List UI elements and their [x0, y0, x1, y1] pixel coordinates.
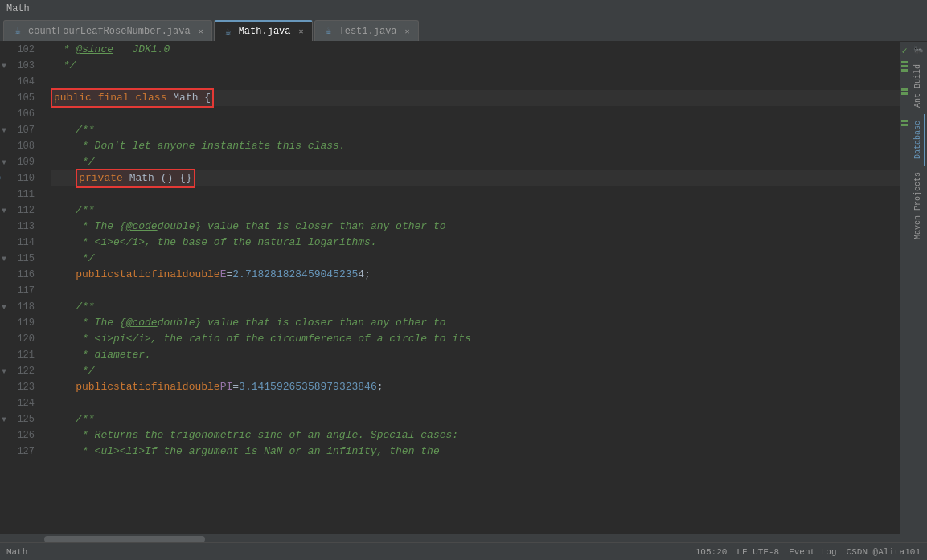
title-bar: Math: [0, 0, 927, 18]
tab-label: countFourLeafRoseNumber.java: [28, 26, 191, 37]
mini-marker-1: [901, 61, 908, 63]
fold-icon-115[interactable]: ▼: [2, 255, 6, 264]
code-line-120: * <i>pi</i>, the ratio of the circumfere…: [51, 331, 900, 347]
status-bar: Math 105:20 LF UTF-8 Event Log CSDN @Ali…: [0, 542, 927, 560]
mini-marker-5: [901, 92, 908, 95]
red-box-110: private Math () {}: [76, 169, 195, 188]
code-line-103: */: [51, 58, 900, 74]
line-124: 124: [0, 395, 35, 411]
code-line-124: [51, 395, 900, 411]
scrollbar-track: [44, 536, 909, 542]
code-line-102: * @since JDK1.0: [51, 42, 900, 58]
status-position: 105:20: [695, 547, 728, 557]
gutter-annotation-110: @: [0, 174, 1, 183]
line-110: @ 110: [0, 170, 35, 186]
fold-icon-107[interactable]: ▼: [2, 126, 6, 135]
tab-test1[interactable]: ☕ Test1.java ✕: [314, 20, 419, 41]
status-left: Math: [6, 547, 27, 557]
fold-icon-109[interactable]: ▼: [2, 158, 6, 167]
tab-bar: ☕ countFourLeafRoseNumber.java ✕ ☕ Math.…: [0, 18, 927, 42]
fold-icon-118[interactable]: ▼: [2, 303, 6, 312]
line-102: 102: [0, 42, 35, 58]
fold-icon-103[interactable]: ▼: [2, 62, 6, 71]
line-106: 106: [0, 106, 35, 122]
line-125: ▼ 125: [0, 411, 35, 427]
mini-marker-4: [901, 88, 908, 91]
line-108: 108: [0, 138, 35, 154]
editor-container: 102 ▼ 103 104 105 106 ▼ 107 108 ▼ 109: [0, 42, 927, 534]
tab-countfour[interactable]: ☕ countFourLeafRoseNumber.java ✕: [3, 20, 212, 41]
line-119: 119: [0, 315, 35, 331]
tab-close-active-icon[interactable]: ✕: [298, 27, 303, 36]
ant-build-icon: 🐜: [912, 42, 925, 58]
tab-label-test: Test1.java: [339, 26, 397, 37]
code-line-112: /**: [51, 202, 900, 219]
code-line-107: /**: [51, 122, 900, 138]
ant-build-panel[interactable]: Ant Build: [912, 58, 925, 114]
right-panels: 🐜 Ant Build Database Maven Projects: [909, 42, 927, 534]
code-editor[interactable]: 102 ▼ 103 104 105 106 ▼ 107 108 ▼ 109: [0, 42, 909, 534]
tab-close-icon[interactable]: ✕: [199, 27, 203, 36]
mini-marker-7: [901, 124, 908, 126]
code-line-127: * <ul><li>If the argument is NaN or an i…: [51, 444, 900, 460]
tab-math[interactable]: ☕ Math.java ✕: [214, 20, 313, 41]
line-115: ▼ 115: [0, 251, 35, 267]
red-box-105: public final class Math {: [51, 88, 214, 108]
code-line-123: public static final double PI = 3.141592…: [51, 379, 900, 395]
status-encoding: LF UTF-8: [736, 547, 779, 557]
code-line-109: */: [51, 154, 900, 170]
app-title: Math: [6, 3, 30, 14]
code-line-121: * diameter.: [51, 347, 900, 363]
line-123: 123: [0, 379, 35, 395]
code-line-126: * Returns the trigonometric sine of an a…: [51, 427, 900, 444]
code-line-122: */: [51, 363, 900, 379]
line-103: ▼ 103: [0, 58, 35, 74]
code-line-119: * The {@code double} value that is close…: [51, 315, 900, 331]
code-line-125: /**: [51, 411, 900, 427]
fold-icon-112[interactable]: ▼: [2, 206, 6, 215]
editor-scrollbar[interactable]: [0, 534, 927, 542]
mini-marker-2: [901, 65, 908, 67]
line-116: 116: [0, 267, 35, 283]
line-105: 105: [0, 90, 35, 106]
line-114: 114: [0, 235, 35, 251]
line-121: 121: [0, 347, 35, 363]
line-numbers: 102 ▼ 103 104 105 106 ▼ 107 108 ▼ 109: [0, 42, 44, 534]
line-109: ▼ 109: [0, 154, 35, 170]
fold-icon-122[interactable]: ▼: [2, 367, 6, 376]
code-line-106: [51, 106, 900, 122]
maven-panel[interactable]: Maven Projects: [912, 166, 925, 246]
scrollbar-thumb[interactable]: [44, 536, 205, 542]
line-120: 120: [0, 331, 35, 347]
mini-scroll: ✓: [900, 42, 909, 534]
line-118: ▼ 118: [0, 299, 35, 315]
code-line-114: * <i>e</i>, the base of the natural loga…: [51, 235, 900, 251]
code-line-115: */: [51, 251, 900, 267]
status-file-label: Math: [6, 547, 27, 557]
check-mark: ✓: [901, 42, 907, 60]
line-126: 126: [0, 427, 35, 444]
code-line-113: * The {@code double} value that is close…: [51, 219, 900, 235]
line-111: 111: [0, 186, 35, 202]
code-line-118: /**: [51, 299, 900, 315]
line-117: 117: [0, 283, 35, 299]
java-file-icon-active: ☕: [223, 26, 234, 37]
line-113: 113: [0, 219, 35, 235]
database-panel[interactable]: Database: [912, 114, 925, 166]
java-file-icon: ☕: [12, 26, 23, 37]
line-127: 127: [0, 444, 35, 460]
line-104: 104: [0, 74, 35, 90]
status-event-log[interactable]: Event Log: [789, 547, 836, 557]
line-107: ▼ 107: [0, 122, 35, 138]
code-content[interactable]: * @since JDK1.0 */ public final class Ma…: [44, 42, 900, 534]
java-file-icon-test: ☕: [323, 26, 334, 37]
code-line-111: [51, 186, 900, 202]
code-line-104: [51, 74, 900, 90]
status-right: 105:20 LF UTF-8 Event Log CSDN @Alita101: [695, 547, 921, 557]
status-csdn: CSDN @Alita101: [847, 547, 921, 557]
tab-close-test-icon[interactable]: ✕: [405, 27, 410, 36]
mini-marker-3: [901, 69, 908, 72]
line-122: ▼ 122: [0, 363, 35, 379]
fold-icon-125[interactable]: ▼: [2, 415, 6, 424]
line-112: ▼ 112: [0, 202, 35, 219]
